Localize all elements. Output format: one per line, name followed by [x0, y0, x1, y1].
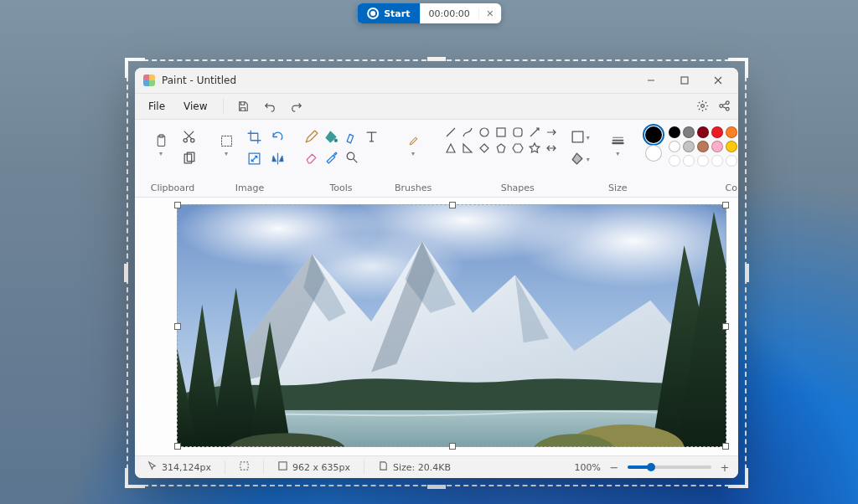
statusbar: 314,124px 962 x 635px Size: 20.4KB 100% … — [135, 455, 738, 478]
shapes-label: Shapes — [501, 181, 535, 197]
close-button[interactable] — [701, 68, 735, 93]
resize-handle[interactable] — [174, 202, 181, 208]
canvas-size-icon — [277, 460, 288, 474]
window-title: Paint - Untitled — [162, 75, 236, 86]
file-size: Size: 20.4KB — [393, 462, 451, 473]
custom-color-slot[interactable] — [669, 155, 680, 167]
brushes-button[interactable]: ▾ — [399, 126, 427, 165]
image-label: Image — [235, 181, 264, 197]
crop-button[interactable] — [244, 126, 264, 147]
record-icon — [367, 8, 379, 19]
chevron-down-icon: ▾ — [411, 150, 415, 157]
shapes-gallery[interactable] — [445, 126, 559, 156]
recorder-start-label: Start — [384, 8, 410, 19]
cursor-pos-icon — [147, 460, 158, 474]
recorder-start-button[interactable]: Start — [357, 3, 420, 23]
zoom-controls: 100% − + — [575, 461, 731, 474]
group-colors: Colors — [638, 123, 738, 197]
fill-tool[interactable] — [321, 126, 341, 147]
picker-tool[interactable] — [321, 147, 341, 167]
svg-point-1 — [700, 104, 704, 107]
svg-point-13 — [334, 139, 337, 141]
recorder-close-button[interactable]: ✕ — [478, 8, 501, 19]
group-tools: Tools — [294, 123, 388, 197]
canvas-area[interactable] — [135, 198, 738, 455]
color-swatch[interactable] — [683, 141, 695, 152]
resize-handle[interactable] — [174, 443, 181, 450]
maximize-button[interactable] — [668, 68, 701, 93]
zoom-out-button[interactable]: − — [607, 461, 621, 474]
view-menu[interactable]: View — [178, 98, 212, 115]
resize-handle[interactable] — [722, 323, 729, 330]
custom-color-slot[interactable] — [697, 155, 709, 167]
color-swatch[interactable] — [711, 126, 723, 138]
svg-point-2 — [719, 104, 722, 107]
screen-recorder-bar: Start 00:00:00 ✕ — [357, 3, 501, 23]
copy-button[interactable] — [178, 148, 199, 168]
custom-color-slot[interactable] — [683, 155, 695, 167]
canvas-selection-border — [177, 204, 726, 447]
size-label: Size — [608, 181, 628, 197]
color-swatch[interactable] — [697, 126, 709, 138]
custom-color-slot[interactable] — [711, 155, 723, 167]
color-swatch[interactable] — [726, 141, 737, 152]
resize-handle[interactable] — [449, 202, 456, 208]
file-menu[interactable]: File — [143, 98, 170, 115]
tools-label: Tools — [329, 181, 352, 197]
cursor-position: 314,124px — [162, 462, 211, 473]
group-brushes: ▾ Brushes — [388, 123, 438, 197]
cut-button[interactable] — [178, 126, 199, 147]
magnifier-tool[interactable] — [341, 147, 361, 167]
color-swatch[interactable] — [711, 141, 723, 152]
size-button[interactable]: ▾ — [603, 126, 632, 165]
color-1[interactable] — [645, 126, 662, 143]
settings-icon[interactable] — [693, 96, 711, 115]
group-image: ▾ Image — [205, 123, 294, 197]
redo-button[interactable] — [287, 97, 306, 116]
undo-button[interactable] — [261, 97, 279, 116]
svg-rect-28 — [240, 462, 248, 470]
text-tool[interactable] — [361, 126, 381, 147]
color-swatch[interactable] — [697, 141, 709, 152]
shape-fill-button[interactable]: ▾ — [570, 148, 590, 168]
paint-app-icon — [143, 75, 155, 86]
share-icon[interactable] — [715, 96, 733, 115]
svg-rect-18 — [572, 131, 583, 142]
shape-outline-button[interactable]: ▾ — [570, 126, 590, 147]
color-swatch[interactable] — [669, 126, 680, 138]
color-2[interactable] — [645, 145, 662, 162]
file-size-icon — [378, 460, 389, 474]
resize-handle[interactable] — [449, 443, 456, 450]
minimize-button[interactable] — [634, 68, 668, 93]
paste-button[interactable]: ▾ — [147, 126, 175, 165]
chevron-down-icon: ▾ — [587, 156, 590, 163]
colors-label: Colors — [726, 181, 738, 197]
zoom-in-button[interactable]: + — [718, 461, 731, 474]
canvas-size: 962 x 635px — [292, 462, 350, 473]
rotate-button[interactable] — [267, 126, 287, 147]
chevron-down-icon: ▾ — [587, 134, 590, 141]
clipboard-label: Clipboard — [151, 181, 195, 197]
custom-color-slot[interactable] — [726, 155, 737, 167]
pencil-tool[interactable] — [301, 126, 321, 147]
canvas[interactable] — [177, 204, 726, 447]
group-shapes: ▾ ▾ Shapes — [438, 123, 597, 197]
save-button[interactable] — [234, 97, 252, 116]
svg-point-8 — [190, 138, 194, 141]
color-swatch[interactable] — [683, 126, 695, 138]
resize-handle[interactable] — [722, 443, 729, 450]
highlighter-tool[interactable] — [341, 126, 361, 147]
zoom-slider[interactable] — [628, 465, 711, 469]
color-swatch[interactable] — [726, 126, 737, 138]
flip-button[interactable] — [267, 148, 287, 168]
resize-button[interactable] — [244, 148, 264, 168]
select-button[interactable]: ▾ — [212, 126, 240, 165]
menubar: File View — [135, 94, 738, 120]
titlebar[interactable]: Paint - Untitled — [135, 68, 738, 94]
eraser-tool[interactable] — [301, 147, 321, 167]
color-swatch[interactable] — [669, 141, 680, 152]
resize-handle[interactable] — [722, 202, 729, 208]
brushes-label: Brushes — [395, 181, 432, 197]
svg-rect-16 — [497, 128, 505, 136]
resize-handle[interactable] — [174, 323, 181, 330]
